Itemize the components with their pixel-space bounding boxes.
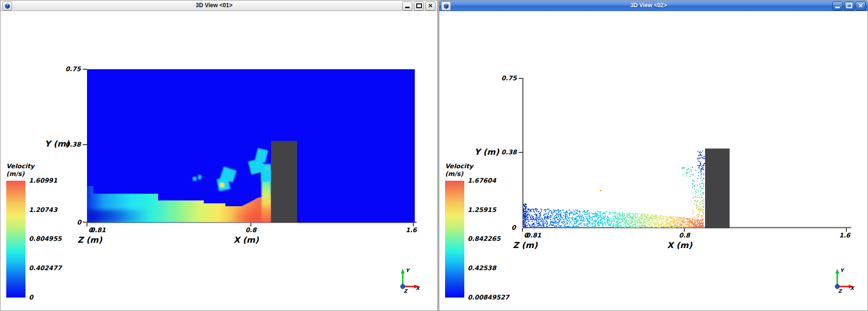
titlebar-3d-view-01[interactable]: 3D View <01> ✕ — [0, 0, 437, 11]
minimize-button[interactable] — [832, 1, 843, 11]
x-tick-mark — [522, 228, 523, 232]
splash-droplet — [261, 170, 271, 182]
system-menu-button[interactable] — [2, 1, 12, 11]
colorbar-title-line1: Velocity — [445, 162, 473, 170]
colorbar-tick: 0.42538 — [468, 264, 496, 272]
x-axis-label: X (m) — [667, 240, 692, 250]
window-title: 3D View <02> — [468, 2, 829, 9]
x-tick-label: 1.6 — [406, 226, 417, 234]
x-tick-mark — [250, 223, 251, 226]
y-tick-label: 0 — [504, 224, 516, 231]
velocity-contour-view[interactable] — [87, 69, 415, 223]
maximize-icon — [416, 3, 422, 8]
colorbar-title-line2: (m/s) — [6, 170, 25, 177]
colorbar-tick: 0.402477 — [29, 264, 62, 272]
x-tick-label: 0.8 — [678, 232, 691, 239]
maximize-icon — [846, 3, 852, 8]
maximize-button[interactable] — [844, 1, 854, 11]
x-tick-mark — [87, 223, 87, 226]
x-tick-mark — [413, 223, 414, 226]
colorbar-tick: 1.60991 — [29, 177, 57, 184]
y-axis-label: Y (m) — [45, 139, 69, 149]
velocity-colorbar — [445, 181, 464, 298]
cube-icon — [443, 3, 449, 9]
minimize-icon — [405, 7, 409, 8]
close-button[interactable]: ✕ — [856, 1, 866, 11]
window-controls: ✕ — [402, 1, 435, 11]
z-axis-label: Z (m) — [77, 235, 102, 245]
minimize-button[interactable] — [402, 1, 412, 11]
fluid-slow-region — [87, 210, 149, 223]
splash-blob — [217, 165, 240, 193]
colorbar-tick: 1.67604 — [468, 177, 496, 184]
triad-z-label: Z — [838, 288, 843, 294]
y-tick-label: 0 — [70, 219, 81, 226]
obstacle-block — [271, 141, 297, 223]
velocity-colorbar — [6, 181, 25, 298]
splash-droplet — [198, 175, 201, 179]
minimize-icon — [835, 7, 840, 8]
colorbar-title: Velocity (m/s) — [445, 162, 473, 178]
colorbar-tick: 0.842265 — [468, 235, 500, 242]
y-tick-mark — [519, 152, 523, 153]
window-3d-view-02: 3D View <02> ✕ Velocity (m/s) 1.67604 1.… — [439, 0, 868, 311]
splash-blob — [193, 175, 202, 183]
desktop: 3D View <01> ✕ Velocity (m/s) 1.60991 1.… — [0, 0, 868, 311]
splash-droplet — [193, 177, 197, 181]
x-tick-label: 0.8 — [245, 226, 257, 234]
x-tick-mark — [684, 228, 685, 232]
y-tick-mark — [83, 144, 87, 145]
colorbar-tick: 0 — [29, 294, 33, 301]
colorbar-tick: 0.804955 — [29, 235, 62, 242]
close-button[interactable]: ✕ — [425, 1, 435, 11]
obstacle-block — [705, 149, 730, 228]
y-axis-label: Y (m) — [474, 147, 499, 157]
window-title: 3D View <01> — [29, 2, 399, 9]
triad-y-label: Y — [406, 268, 410, 273]
axis-triad-icon: Y X Z — [828, 265, 855, 295]
colorbar-tick: 1.20743 — [29, 206, 57, 213]
y-tick-mark — [519, 78, 523, 79]
colorbar-title-line1: Velocity — [6, 162, 34, 170]
y-tick-label: 0.75 — [62, 65, 81, 73]
z-origin-tick-label: 0.81 — [526, 232, 541, 239]
colorbar-tick: 0.00849527 — [468, 294, 509, 301]
splash-blob — [247, 149, 271, 182]
triad-x-label: X — [850, 286, 855, 291]
window-controls: ✕ — [832, 1, 866, 11]
titlebar-3d-view-02[interactable]: 3D View <02> ✕ — [439, 0, 868, 11]
cube-icon — [4, 3, 11, 9]
particle-velocity-view[interactable] — [523, 145, 706, 228]
x-axis-label: X (m) — [234, 235, 259, 245]
y-tick-label: 0.38 — [497, 149, 517, 156]
y-tick-mark — [83, 69, 87, 70]
colorbar-tick: 1.25915 — [468, 206, 496, 213]
colorbar-title: Velocity (m/s) — [6, 162, 34, 178]
axis-triad-icon: Y X Z — [394, 265, 421, 295]
z-axis-label: Z (m) — [513, 240, 538, 250]
y-tick-label: 0.75 — [497, 75, 517, 82]
triad-y-label: Y — [840, 268, 845, 273]
triad-x-label: X — [416, 286, 421, 291]
window-3d-view-01: 3D View <01> ✕ Velocity (m/s) 1.60991 1.… — [0, 0, 438, 311]
z-origin-tick-label: 0.81 — [90, 226, 106, 234]
triad-z-label: Z — [404, 288, 408, 294]
system-menu-button[interactable] — [441, 1, 451, 11]
splash-droplet-core — [220, 183, 224, 187]
colorbar-title-line2: (m/s) — [445, 170, 463, 177]
maximize-button[interactable] — [414, 1, 424, 11]
x-tick-label: 1.6 — [839, 232, 850, 239]
x-tick-mark — [846, 228, 847, 232]
